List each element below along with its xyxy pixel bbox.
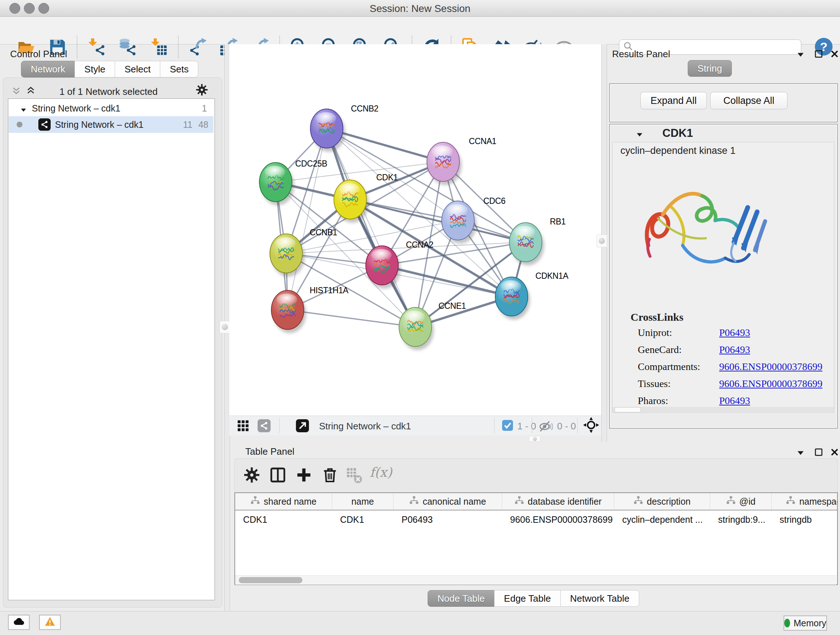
crosslink-link[interactable]: P06493 [719, 344, 750, 356]
memory-button[interactable]: Memory [783, 616, 827, 631]
crosslink-link[interactable]: P06493 [719, 395, 750, 407]
node-CDK1[interactable] [334, 180, 369, 223]
table-cell[interactable]: CDK1 [235, 515, 332, 525]
crosslink-label: GeneCard: [638, 344, 719, 356]
table-cell[interactable]: stringdb [772, 515, 838, 525]
node-table: shared namenamecanonical namedatabase id… [234, 492, 838, 585]
column-tree-icon [726, 496, 736, 508]
table-cell[interactable]: stringdb:9... [710, 515, 772, 525]
protein-result-box: CDK1 cyclin–dependent kinase 1 [609, 124, 838, 429]
column-header-@id[interactable]: @id [710, 493, 772, 510]
edge-CCNB2-HIST1H1A[interactable] [287, 128, 327, 310]
table-panel-close-icon[interactable] [830, 448, 839, 457]
node-CCNB1[interactable] [270, 234, 305, 277]
tab-edge-table[interactable]: Edge Table [494, 590, 561, 607]
fit-selected-crosshair-icon[interactable] [583, 417, 599, 433]
import-network-icon[interactable] [85, 36, 108, 58]
crosslink-link[interactable]: P06493 [719, 327, 750, 339]
node-CCNA1[interactable] [427, 142, 462, 185]
column-header-name[interactable]: name [332, 493, 393, 510]
table-row[interactable]: CDK1CDK1P064939606.ENSP00000378699cyclin… [235, 510, 837, 529]
node-HIST1H1A[interactable] [271, 290, 306, 333]
network-share-badge-icon [38, 119, 51, 131]
column-header-database-identifier[interactable]: database identifier [502, 493, 614, 510]
network-collection-row[interactable]: String Network – cdk1 1 [9, 100, 213, 116]
app-window: Session: New Session ? Control Panel Net… [0, 0, 840, 635]
crosslink-link[interactable]: 9606.ENSP00000378699 [719, 361, 822, 372]
crosslink-label: Pharos: [638, 395, 719, 407]
function-builder-icon: f(x) [370, 465, 392, 480]
node-RB1[interactable] [509, 223, 544, 265]
string-badge-gray-icon[interactable] [257, 419, 271, 432]
table-panel-float-icon[interactable] [814, 448, 823, 457]
collapse-all-button[interactable]: Collapse All [710, 92, 788, 109]
network-options-gear-icon[interactable] [195, 83, 208, 96]
node-CCNA2[interactable] [366, 246, 401, 288]
node-CDC6[interactable] [442, 201, 477, 244]
delete-column-icon[interactable] [321, 466, 339, 484]
tab-network-table[interactable]: Network Table [561, 590, 639, 607]
bottom-splitter-handle[interactable] [529, 436, 540, 442]
table-cell[interactable]: cyclin–dependent ... [614, 515, 710, 525]
node-label-CDC6: CDC6 [483, 196, 505, 206]
selected-checkbox-icon[interactable] [502, 420, 513, 431]
bottom-status-bar [0, 611, 840, 635]
edge-CCNB2-CCNE1[interactable] [327, 128, 415, 327]
results-mini-scrollbar-thumb[interactable] [615, 407, 641, 412]
edge-HIST1H1A-CCNE1[interactable] [287, 310, 415, 327]
tab-network[interactable]: Network [21, 61, 75, 78]
import-table-icon[interactable] [148, 36, 170, 58]
show-columns-icon[interactable] [269, 466, 286, 484]
tab-sets[interactable]: Sets [160, 61, 198, 78]
expand-all-button[interactable]: Expand All [640, 92, 707, 109]
column-header-shared-name[interactable]: shared name [235, 493, 332, 510]
collapse-all-networks-icon[interactable] [26, 86, 35, 95]
network-row-selected[interactable]: String Network – cdk1 11 48 [9, 116, 213, 133]
table-scrollbar-thumb[interactable] [239, 577, 302, 583]
results-panel-menu-icon[interactable] [797, 51, 805, 59]
node-CCNB2[interactable] [310, 109, 345, 152]
delete-table-icon [347, 468, 363, 484]
network-canvas[interactable]: CCNB2CCNA1CDC25BCDK1CDC6RB1CCNB1CCNA2CDK… [229, 44, 601, 416]
protein-collapse-caret-icon[interactable] [636, 131, 643, 138]
protein-description: cyclin–dependent kinase 1 [621, 145, 736, 157]
add-column-icon[interactable] [295, 466, 313, 484]
cloud-icon [13, 616, 25, 629]
table-panel-menu-icon[interactable] [797, 449, 805, 457]
collection-label: String Network – cdk1 [32, 103, 202, 114]
results-panel-float-icon[interactable] [814, 49, 823, 59]
column-header-description[interactable]: description [614, 493, 710, 510]
edge-CCNA2-CDKN1A[interactable] [382, 265, 512, 296]
tab-node-table[interactable]: Node Table [428, 590, 494, 607]
tab-string[interactable]: String [688, 60, 732, 77]
birds-eye-grid-icon[interactable] [237, 420, 249, 432]
table-settings-gear-icon[interactable] [243, 466, 261, 484]
table-cell[interactable]: 9606.ENSP00000378699 [502, 515, 614, 525]
warnings-button[interactable] [39, 615, 61, 630]
export-network-icon[interactable] [187, 36, 209, 58]
collection-caret-icon[interactable] [20, 105, 27, 111]
table-cell[interactable]: CDK1 [332, 515, 393, 525]
import-database-icon[interactable] [117, 36, 139, 58]
expand-all-networks-icon[interactable] [11, 86, 21, 96]
network-row-label: String Network – cdk1 [55, 119, 177, 130]
crosslink-link[interactable]: 9606.ENSP00000378699 [719, 378, 822, 390]
open-in-browser-icon[interactable] [296, 419, 309, 432]
tab-style[interactable]: Style [74, 61, 115, 78]
protein-structure-image[interactable] [628, 164, 780, 305]
cloud-button[interactable] [8, 615, 30, 630]
node-label-CCNB1: CCNB1 [309, 228, 337, 237]
node-CDKN1A[interactable] [495, 277, 530, 320]
right-splitter-handle[interactable] [597, 234, 607, 247]
node-CCNE1[interactable] [399, 307, 434, 350]
left-splitter-handle[interactable] [219, 321, 230, 333]
hidden-elements-eye-icon[interactable] [539, 419, 553, 433]
table-horizontal-scrollbar[interactable] [235, 575, 836, 585]
column-header-canonical-name[interactable]: canonical name [393, 493, 502, 510]
table-cell[interactable]: P06493 [393, 515, 502, 525]
tab-select[interactable]: Select [115, 61, 160, 78]
current-network-dot [17, 122, 22, 127]
column-header-namespace[interactable]: namespace [772, 493, 838, 510]
node-label-CCNE1: CCNE1 [439, 301, 466, 310]
results-panel-close-icon[interactable] [830, 49, 839, 59]
